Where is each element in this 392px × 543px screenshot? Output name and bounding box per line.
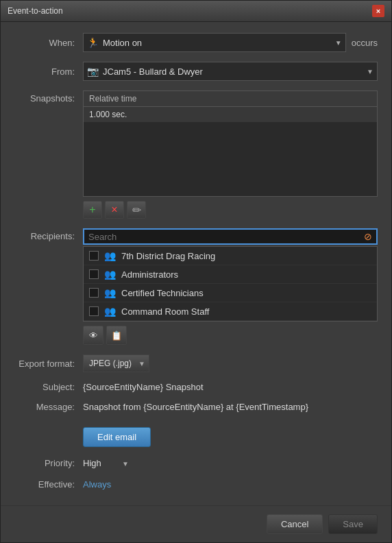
eye-icon: 👁 xyxy=(89,330,98,341)
event-to-action-dialog: Event-to-action × When: 🏃 Motion on ▼ oc… xyxy=(0,0,392,543)
subject-row: Subject: {SourceEntityName} Snapshot xyxy=(14,382,378,392)
effective-row: Effective: Always xyxy=(14,479,378,490)
effective-value[interactable]: Always xyxy=(83,479,111,490)
add-icon: + xyxy=(89,204,95,216)
dialog-content: When: 🏃 Motion on ▼ occurs From: 📷 JCam5… xyxy=(1,22,391,505)
list-item[interactable]: 👥 Administrators xyxy=(84,265,377,284)
list-item[interactable]: 👥 Certified Technicians xyxy=(84,284,377,302)
snapshot-column-header: Relative time xyxy=(84,91,377,107)
edit-email-button[interactable]: Edit email xyxy=(83,427,151,447)
from-row: From: 📷 JCam5 - Bullard & Dwyer ▼ xyxy=(14,62,378,81)
priority-select[interactable]: High Medium Low xyxy=(83,457,129,470)
snapshots-row: Snapshots: Relative time 1.000 sec. + × xyxy=(14,90,378,219)
snapshot-buttons: + × ✏ xyxy=(83,201,378,219)
format-select-wrapper: JPEG (.jpg) PNG (.png) ▼ xyxy=(83,354,149,372)
edit-snapshot-button[interactable]: ✏ xyxy=(127,201,146,219)
save-button[interactable]: Save xyxy=(328,514,378,534)
snapshots-area: Relative time 1.000 sec. + × ✏ xyxy=(83,90,378,219)
delete-icon: × xyxy=(111,204,117,216)
format-select[interactable]: JPEG (.jpg) PNG (.png) xyxy=(83,354,149,372)
snapshot-row: 1.000 sec. xyxy=(84,107,377,122)
recipient-checkbox-2[interactable] xyxy=(89,288,99,298)
export-format-label: Export format: xyxy=(14,359,83,369)
subject-label: Subject: xyxy=(14,382,83,392)
when-row: When: 🏃 Motion on ▼ occurs xyxy=(14,33,378,52)
message-row: Message: Snapshot from {SourceEntityName… xyxy=(14,402,378,412)
priority-select-wrapper: High Medium Low ▼ xyxy=(83,457,129,470)
recipient-name-3: Command Room Staff xyxy=(121,306,209,317)
from-select-wrapper: 📷 JCam5 - Bullard & Dwyer ▼ xyxy=(83,62,378,81)
add-snapshot-button[interactable]: + xyxy=(83,201,102,219)
snapshots-label: Snapshots: xyxy=(14,90,83,104)
recipients-section: ⊘ 👥 7th District Drag Racing 👥 Administr… xyxy=(83,228,378,345)
recipients-row: Recipients: ⊘ 👥 7th District Drag Racing… xyxy=(14,228,378,345)
group-icon-2: 👥 xyxy=(104,287,116,298)
priority-label: Priority: xyxy=(14,458,83,468)
from-label: From: xyxy=(14,67,83,77)
bottom-bar: Cancel Save xyxy=(1,505,391,542)
snapshot-content: 1.000 sec. xyxy=(84,107,377,196)
dialog-title: Event-to-action xyxy=(8,6,63,16)
export-format-row: Export format: JPEG (.jpg) PNG (.png) ▼ xyxy=(14,354,378,372)
search-cancel-icon[interactable]: ⊘ xyxy=(364,231,372,242)
occurs-text: occurs xyxy=(352,38,378,48)
recipient-checkbox-0[interactable] xyxy=(89,251,99,261)
view-buttons: 👁 📋 xyxy=(83,326,378,345)
group-icon-0: 👥 xyxy=(104,250,116,261)
recipient-name-0: 7th District Drag Racing xyxy=(121,251,215,261)
subject-value: {SourceEntityName} Snapshot xyxy=(83,382,204,392)
title-bar: Event-to-action × xyxy=(1,1,391,22)
effective-label: Effective: xyxy=(14,479,83,490)
when-select-wrapper: 🏃 Motion on ▼ xyxy=(83,33,346,52)
recipients-list: 👥 7th District Drag Racing 👥 Administrat… xyxy=(83,246,378,322)
recipient-checkbox-3[interactable] xyxy=(89,306,99,316)
recipient-name-1: Administrators xyxy=(121,269,178,280)
snapshot-table: Relative time 1.000 sec. xyxy=(83,90,378,197)
search-input[interactable] xyxy=(88,232,364,242)
copy-icon: 📋 xyxy=(111,330,122,341)
view-button[interactable]: 👁 xyxy=(83,326,103,345)
recipients-label: Recipients: xyxy=(14,228,83,241)
cancel-button[interactable]: Cancel xyxy=(267,514,323,534)
when-label: When: xyxy=(14,38,83,48)
message-label: Message: xyxy=(14,402,83,412)
when-select[interactable]: Motion on xyxy=(83,33,346,52)
list-item[interactable]: 👥 Command Room Staff xyxy=(84,302,377,321)
recipient-name-2: Certified Technicians xyxy=(121,288,204,298)
copy-button[interactable]: 📋 xyxy=(106,326,127,345)
search-box: ⊘ xyxy=(83,228,378,245)
edit-icon: ✏ xyxy=(132,204,141,217)
message-value: Snapshot from {SourceEntityName} at {Eve… xyxy=(83,402,308,412)
recipient-checkbox-1[interactable] xyxy=(89,269,99,279)
list-item[interactable]: 👥 7th District Drag Racing xyxy=(84,247,377,265)
group-icon-3: 👥 xyxy=(104,306,116,317)
priority-row: Priority: High Medium Low ▼ xyxy=(14,457,378,470)
close-button[interactable]: × xyxy=(372,5,384,17)
group-icon-1: 👥 xyxy=(104,269,116,280)
from-select[interactable]: JCam5 - Bullard & Dwyer xyxy=(83,62,378,81)
delete-snapshot-button[interactable]: × xyxy=(105,201,124,219)
edit-email-row: Edit email xyxy=(14,422,378,447)
